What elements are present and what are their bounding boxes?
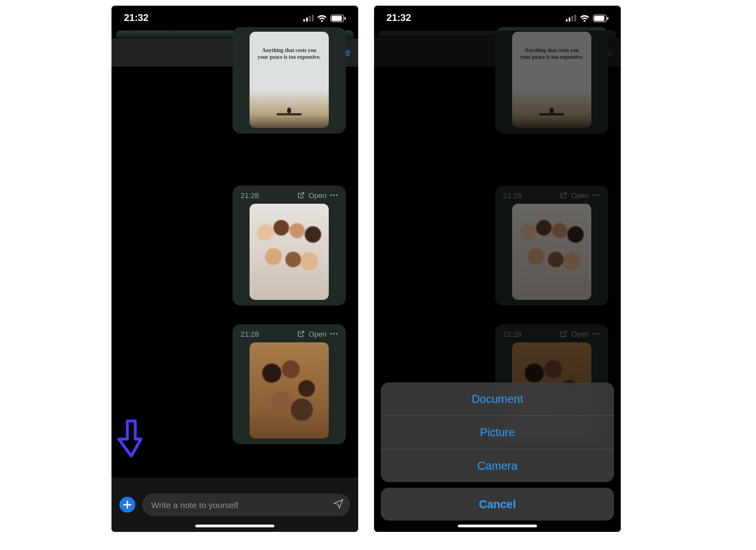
svg-rect-16 (566, 19, 568, 22)
message-thumbnail-quote: Anything that costs you your peace is to… (250, 32, 329, 128)
svg-rect-21 (594, 16, 604, 21)
message-bubble[interactable]: Anything that costs you your peace is to… (233, 27, 346, 134)
note-input[interactable]: Write a note to yourself (142, 493, 350, 516)
svg-point-10 (330, 195, 332, 196)
home-indicator (195, 525, 274, 527)
svg-rect-3 (312, 15, 313, 22)
note-placeholder: Write a note to yourself (151, 500, 238, 510)
status-time: 21:32 (124, 12, 148, 24)
svg-point-15 (336, 333, 338, 335)
input-bar: Write a note to yourself (111, 478, 358, 532)
svg-point-13 (330, 333, 332, 335)
action-sheet: Document Picture Camera Cancel (381, 383, 614, 521)
open-label[interactable]: Open (308, 330, 327, 338)
svg-rect-19 (574, 15, 576, 22)
phone-right: 21:32 Drop Done Anything that costs you … (374, 6, 621, 532)
open-icon[interactable] (297, 191, 305, 199)
sheet-item-camera[interactable]: Camera (381, 449, 614, 482)
plus-icon (123, 501, 131, 509)
cellular-icon (566, 15, 576, 22)
open-icon[interactable] (297, 330, 305, 338)
wifi-icon (579, 15, 590, 22)
status-time: 21:32 (386, 12, 411, 24)
svg-rect-17 (569, 18, 570, 22)
status-icons (566, 15, 608, 22)
svg-rect-1 (306, 18, 308, 22)
send-icon (332, 499, 345, 510)
canvas: 21:32 Drop Done Anything that costs you (0, 0, 756, 550)
message-time: 21:28 (240, 330, 259, 338)
svg-rect-0 (303, 19, 305, 22)
send-button[interactable] (332, 499, 345, 512)
svg-point-11 (333, 195, 335, 196)
battery-icon (593, 15, 608, 22)
message-meta: 21:28 Open (240, 190, 338, 200)
quote-text: Anything that costs you your peace is to… (250, 48, 329, 61)
svg-rect-22 (607, 17, 608, 20)
svg-point-14 (333, 333, 335, 335)
message-thumbnail (250, 204, 329, 300)
message-more-icon[interactable] (330, 194, 338, 196)
message-meta: 21:28 Open (240, 329, 338, 339)
open-label[interactable]: Open (308, 191, 327, 200)
message-scroll[interactable]: Anything that costs you your peace is to… (111, 67, 358, 532)
sheet-item-picture[interactable]: Picture (381, 415, 614, 449)
bench-figure (277, 109, 302, 115)
svg-point-12 (336, 195, 338, 196)
home-indicator (458, 525, 537, 527)
message-bubble[interactable]: 21:28 Open (233, 186, 346, 306)
battery-icon (330, 15, 346, 22)
status-icons (303, 15, 346, 22)
sheet-cancel-button[interactable]: Cancel (381, 488, 614, 521)
message-thumbnail (250, 342, 329, 439)
svg-rect-18 (572, 16, 573, 22)
wifi-icon (317, 15, 327, 22)
svg-rect-6 (345, 17, 346, 20)
action-sheet-options: Document Picture Camera (381, 383, 614, 482)
add-button[interactable] (119, 497, 135, 513)
message-time: 21:28 (240, 191, 259, 200)
sheet-item-document[interactable]: Document (381, 383, 614, 415)
svg-rect-2 (309, 16, 311, 22)
phone-left: 21:32 Drop Done Anything that costs you (111, 6, 358, 532)
annotation-arrow-icon (117, 419, 145, 458)
message-more-icon[interactable] (330, 333, 338, 335)
message-bubble[interactable]: 21:28 Open (233, 324, 346, 444)
svg-rect-5 (332, 16, 342, 21)
cellular-icon (303, 15, 313, 22)
